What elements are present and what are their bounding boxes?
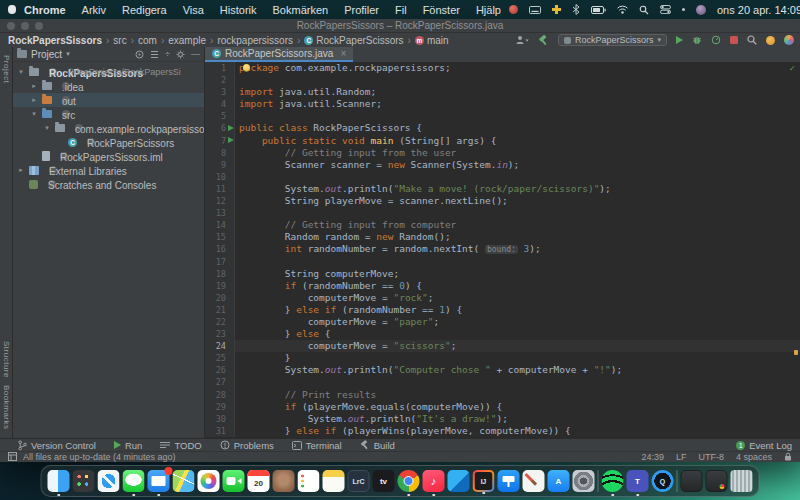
chevron-down-icon[interactable]: ▾	[17, 68, 25, 76]
build-hammer-icon[interactable]	[538, 35, 549, 46]
run-config-selector[interactable]: RockPaperScissors ▾	[558, 34, 667, 46]
notifications-icon[interactable]	[766, 36, 775, 45]
terminal-icon[interactable]	[292, 441, 302, 450]
wifi-icon[interactable]	[617, 5, 628, 14]
dock-spotify[interactable]	[602, 470, 624, 492]
breadcrumb-rockpaperssissors[interactable]: RockPapersSissors	[6, 35, 104, 46]
code-line-10[interactable]: 10	[205, 171, 800, 183]
event-log-button[interactable]: 1 Event Log	[736, 440, 792, 451]
dock-vscode[interactable]	[448, 470, 470, 492]
run-icon[interactable]	[114, 441, 121, 449]
breadcrumb-src[interactable]: src	[111, 35, 128, 46]
code-line-30[interactable]: 30 System.out.println("It's a draw!");	[205, 413, 800, 425]
code-line-19[interactable]: 19 if (randomNumber == 0) {	[205, 280, 800, 292]
dock-trash[interactable]	[731, 470, 753, 492]
dock-music[interactable]: ♪	[423, 470, 445, 492]
tree-item-idea[interactable]: ▸.idea	[13, 79, 204, 93]
dock-notes[interactable]	[323, 470, 345, 492]
dock-paint-app[interactable]	[523, 470, 545, 492]
code-line-27[interactable]: 27	[205, 376, 800, 388]
build-icon[interactable]	[360, 440, 370, 450]
stripe-bookmarks-label[interactable]: Bookmarks	[2, 385, 11, 430]
toolwindow-terminal[interactable]: Terminal	[292, 440, 342, 451]
stop-icon[interactable]	[730, 36, 738, 44]
dock-intellij[interactable]: IJ	[473, 470, 495, 492]
stripe-project-label[interactable]: Project	[2, 55, 11, 83]
tree-item-rockpaperssissors-iml[interactable]: RockPapersSissors.iml	[13, 149, 204, 163]
code-line-17[interactable]: 17	[205, 256, 800, 268]
caret-position[interactable]: 24:39	[641, 452, 664, 462]
user-dot-icon[interactable]	[682, 8, 685, 11]
chevron-down-icon[interactable]: ▾	[30, 110, 38, 118]
menu-profiler[interactable]: Profiler	[336, 4, 387, 16]
collapse-icon[interactable]: ÷	[165, 49, 170, 59]
dock-chrome[interactable]	[398, 470, 420, 492]
dock-apple-tv[interactable]: tv	[373, 470, 395, 492]
project-panel-header[interactable]: Project ▾ ÷—	[13, 47, 204, 62]
dock-facetime[interactable]	[223, 470, 245, 492]
settings-icon[interactable]	[176, 50, 185, 59]
avatar-mb-icon[interactable]	[696, 5, 706, 15]
dock-reminders[interactable]	[298, 470, 320, 492]
profiler-icon[interactable]	[711, 35, 721, 45]
code-line-25[interactable]: 25 }	[205, 352, 800, 364]
code-line-22[interactable]: 22 computerMove = "paper";	[205, 316, 800, 328]
run-line-icon[interactable]	[228, 125, 234, 131]
intention-bulb-icon[interactable]	[243, 64, 250, 71]
dock-launchpad[interactable]	[73, 470, 95, 492]
code-line-14[interactable]: 14 // Getting input from computer	[205, 219, 800, 231]
indent-setting[interactable]: 4 spaces	[736, 452, 772, 462]
tree-item-external-libraries[interactable]: ▸External Libraries	[13, 163, 204, 177]
apple-menu-icon[interactable]	[8, 5, 16, 14]
dock-min-window-1[interactable]	[681, 470, 703, 492]
expand-icon[interactable]	[150, 50, 159, 59]
dock-teams[interactable]: T	[627, 470, 649, 492]
lock-icon[interactable]	[784, 452, 792, 463]
code-line-1[interactable]: 1package com.example.rockpapersissors;	[205, 62, 800, 74]
breadcrumb-example[interactable]: example	[166, 35, 208, 46]
line-ending[interactable]: LF	[676, 452, 687, 462]
dock-keynote[interactable]	[498, 470, 520, 492]
menu-arkiv[interactable]: Arkiv	[74, 4, 114, 16]
dock-system-preferences[interactable]	[573, 470, 595, 492]
menu-fil[interactable]: Fil	[387, 4, 415, 16]
code-line-9[interactable]: 9 Scanner scanner = new Scanner(System.i…	[205, 159, 800, 171]
code-line-26[interactable]: 26 System.out.println("Computer chose " …	[205, 364, 800, 376]
tree-item-scratches-and-consoles[interactable]: Scratches and Consoles	[13, 177, 204, 191]
code-line-18[interactable]: 18 String computerMove;	[205, 268, 800, 280]
toolwindow-todo[interactable]: TODO	[160, 440, 201, 451]
code-line-2[interactable]: 2	[205, 74, 800, 86]
avatar-colored-icon[interactable]	[784, 35, 794, 45]
tree-item-rockpaperscissors[interactable]: CRockPaperScissors	[13, 135, 204, 149]
breadcrumb-com[interactable]: com	[136, 35, 159, 46]
code-with-me-icon[interactable]	[515, 35, 529, 45]
editor-tab[interactable]: C RockPaperScissors.java ×	[205, 47, 353, 62]
chevron-right-icon[interactable]: ▸	[30, 96, 38, 104]
warning-stripe-mark[interactable]	[794, 350, 798, 355]
toolwindow-version-control[interactable]: Version Control	[18, 440, 96, 451]
code-line-5[interactable]: 5	[205, 110, 800, 122]
code-line-3[interactable]: 3import java.util.Random;	[205, 86, 800, 98]
battery-icon[interactable]	[591, 6, 606, 14]
toolwindow-run[interactable]: Run	[114, 440, 142, 451]
spotlight-icon[interactable]	[639, 5, 649, 15]
todo-icon[interactable]	[160, 441, 170, 449]
code-line-28[interactable]: 28 // Print results	[205, 389, 800, 401]
code-line-7[interactable]: 7 public static void main (String[] args…	[205, 135, 800, 147]
menu-historik[interactable]: Historik	[212, 4, 265, 16]
menu-bokm-rken[interactable]: Bokmärken	[265, 4, 337, 16]
code-editor[interactable]: ✓ 1package com.example.rockpapersissors;…	[205, 62, 800, 438]
dock-mail[interactable]	[148, 470, 170, 492]
code-line-31[interactable]: 31 } else if (playerWins(playerMove, com…	[205, 425, 800, 437]
menu-redigera[interactable]: Redigera	[114, 4, 175, 16]
dock-safari[interactable]	[98, 470, 120, 492]
menu-hj-lp[interactable]: Hjälp	[468, 4, 509, 16]
dock-min-window-2[interactable]	[706, 470, 728, 492]
code-line-20[interactable]: 20 computerMove = "rock";	[205, 292, 800, 304]
stripe-structure-label[interactable]: Structure	[2, 341, 11, 378]
code-line-24[interactable]: 24 computerMove = "scissors";	[205, 340, 800, 352]
breadcrumb-rockpapersissors[interactable]: rockpapersissors	[215, 35, 295, 46]
dock-photos[interactable]	[198, 470, 220, 492]
inspections-ok-icon[interactable]: ✓	[790, 63, 795, 73]
tree-item-out[interactable]: ▸out	[13, 93, 204, 107]
